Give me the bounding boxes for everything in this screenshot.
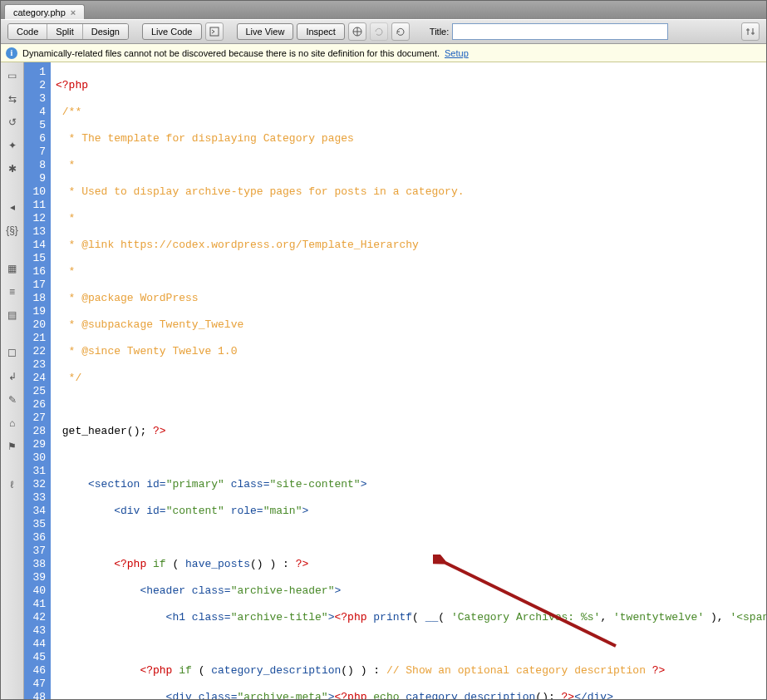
wrap-icon[interactable]: ↲ [4,368,21,385]
open-docs-icon[interactable]: ▭ [4,67,21,84]
view-mode-group: Code Split Design [7,23,129,40]
svg-line-2 [445,563,616,646]
collapse-icon[interactable]: ⇆ [4,91,21,107]
split-button[interactable]: Split [47,24,82,39]
apply-comment-icon[interactable]: ✱ [4,160,21,177]
braces-icon[interactable]: {§} [4,222,21,239]
code-toolbar: ▭ ⇆ ↺ ✦ ✱ ◂ {§} ▦ ≡ ▤ ☐ ↲ ✎ ⌂ ⚑ ℓ [1,62,24,699]
file-tab-bar: category.php × [1,1,766,19]
main-toolbar: Code Split Design Live Code Live View In… [1,19,766,44]
live-code-options-icon[interactable] [205,22,224,41]
close-icon[interactable]: × [71,7,76,17]
code-button[interactable]: Code [8,24,47,39]
info-bar: i Dynamically-related files cannot not b… [1,44,766,62]
format-icon[interactable]: ✎ [4,392,21,408]
validate-icon[interactable]: ⚑ [4,438,21,455]
info-text: Dynamically-related files cannot not be … [22,48,440,58]
options-icon[interactable] [741,22,760,41]
line-gutter: 1234567891011121314151617181920212223242… [24,62,51,699]
setup-link[interactable]: Setup [445,48,469,58]
editor-area: ▭ ⇆ ↺ ✦ ✱ ◂ {§} ▦ ≡ ▤ ☐ ↲ ✎ ⌂ ⚑ ℓ 123456… [1,62,766,699]
nav-left-icon[interactable]: ◂ [4,199,21,215]
help-icon[interactable]: ℓ [4,476,21,493]
balance-braces-icon[interactable]: ✦ [4,137,21,154]
comment-icon[interactable]: ☐ [4,345,21,362]
refresh-dim-icon[interactable] [370,22,388,41]
inspect-button[interactable]: Inspect [297,23,344,40]
snippet-icon[interactable]: ⌂ [4,415,21,431]
title-label: Title: [430,27,449,37]
info-icon: i [6,47,17,59]
design-button[interactable]: Design [83,24,128,39]
lines-icon[interactable]: ≡ [4,283,21,300]
globe-icon[interactable] [348,22,366,41]
code-editor[interactable]: <?php /** * The template for displaying … [51,62,766,699]
file-tab-category[interactable]: category.php × [4,4,85,19]
app-window: category.php × Code Split Design Live Co… [0,0,767,700]
title-input[interactable] [452,23,668,40]
indent-icon[interactable]: ▤ [4,307,21,323]
refresh-icon[interactable] [391,22,410,41]
live-view-button[interactable]: Live View [237,23,294,40]
highlight-icon[interactable]: ▦ [4,260,21,277]
refresh-palette-icon[interactable]: ↺ [4,114,21,131]
live-code-button[interactable]: Live Code [142,23,202,40]
tab-label: category.php [13,7,66,17]
